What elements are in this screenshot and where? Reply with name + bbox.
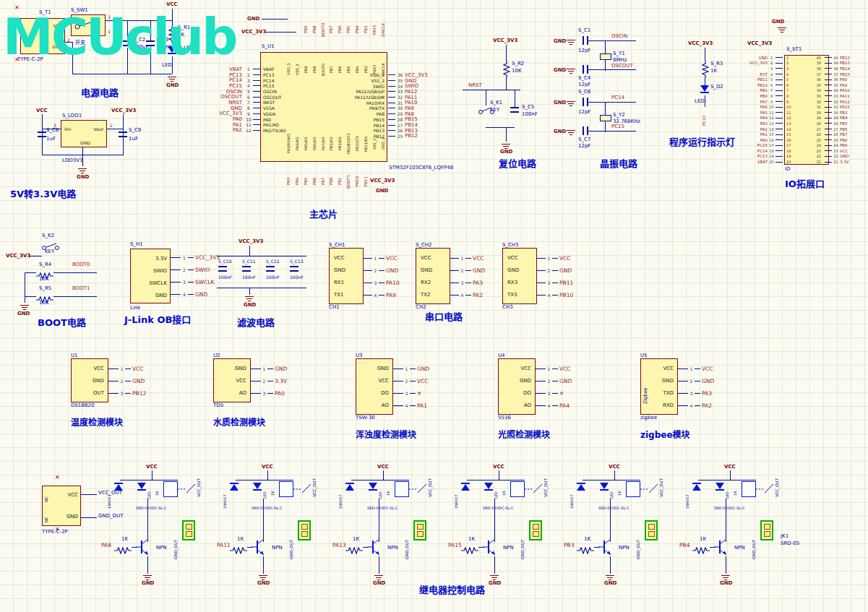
pin-row: OSCOUT 6	[204, 94, 260, 100]
designator: S_R2	[512, 61, 524, 66]
pin-name: GND	[155, 293, 167, 298]
pin-number-inner: 34	[809, 88, 825, 92]
pin-name: VBAT	[263, 66, 275, 72]
name-cell: PB2/BOOT1	[344, 127, 353, 160]
name-row: NRST	[263, 100, 286, 105]
relay-part-label: SRD-05VDC-SL-C	[136, 506, 166, 510]
pin-wire	[775, 85, 783, 85]
net-label: VCC	[132, 366, 144, 372]
capacitor-icon	[242, 266, 251, 272]
pin-row: PA0 16 16 25 25 PB8	[743, 137, 867, 143]
led-label: LED	[695, 98, 705, 104]
pin-name: TX2	[416, 292, 431, 298]
net-label: PB10	[559, 292, 573, 298]
pin-number-inner: 12	[783, 116, 798, 120]
capacitor-icon	[583, 36, 588, 45]
mcu-left-names: VBATPC13PC14PC15OSCINOSCOUTNRSTVSSAVDDAP…	[263, 66, 286, 133]
net-label: GND_OUT	[173, 530, 178, 559]
pin-name: PA0	[263, 117, 271, 122]
sensor-module: U2 GNDVCCAO TDS 水质检测模块 1 GND 2	[213, 353, 356, 428]
pin-names: VCCGNDRX1TX1	[330, 251, 363, 301]
value-label: 1uF	[46, 136, 56, 142]
net-label: RST	[743, 72, 768, 77]
pin-wire	[188, 282, 194, 283]
wire	[467, 480, 525, 480]
pin-number: 24	[832, 143, 840, 147]
pin-wire	[188, 294, 194, 295]
net-label: PC13	[702, 108, 706, 126]
resistor-label: 1K	[502, 486, 506, 496]
resistor-icon	[577, 543, 594, 557]
net-label: VCC	[559, 366, 571, 372]
pin-wire	[379, 283, 384, 283]
pin-number: 4	[181, 292, 188, 297]
net-label: PB4	[355, 16, 359, 43]
sensor-component: Zigbee VCCGNDTXDRXD	[640, 358, 678, 415]
value-label: 1uF	[129, 136, 138, 142]
pin-wire	[775, 156, 783, 157]
pin-number: 33	[832, 94, 840, 98]
diode-label: 1N4007	[454, 483, 458, 509]
pin-number: 19	[768, 154, 775, 158]
pin-row: PC14 3	[204, 77, 260, 83]
value-label: 8MHz	[613, 57, 627, 63]
gnd-symbol-icon	[245, 295, 254, 301]
filter-caps: S_C10 100nF S_C11 100nF S_C12 100nF S_C1…	[215, 257, 311, 286]
gnd-symbol-icon	[567, 38, 575, 45]
pin-number: 32	[395, 95, 405, 100]
value-label: 1K	[710, 68, 717, 74]
terminal-connector	[298, 520, 311, 540]
power-net-label: GND	[142, 580, 154, 586]
transistor-label: NPN	[156, 545, 167, 551]
name-row: GND	[214, 362, 250, 374]
pin-number: 35	[395, 78, 405, 83]
net-label: PA3	[743, 121, 768, 126]
wire	[726, 556, 726, 574]
led-icon	[600, 483, 609, 491]
net-label: GND_OUT	[405, 530, 409, 559]
pin-number: 9	[244, 111, 253, 116]
pin-name: RXD	[663, 402, 677, 408]
pin-number: 3	[688, 391, 695, 396]
pin-number-inner: 40	[809, 56, 825, 60]
wire	[506, 78, 507, 90]
transistor-label: NPN	[619, 545, 629, 551]
name-row: PA9/TX	[324, 105, 384, 111]
net-label: BOOT1	[346, 171, 351, 192]
pin-number: 3	[403, 391, 410, 396]
wire	[588, 40, 636, 41]
serial-channel: S_CH2 VCCGNDRX2TX2 CH2 1 VCC 2 GND	[416, 242, 502, 310]
wire	[267, 470, 268, 480]
pin-number: 13	[768, 121, 775, 126]
pin-name: RX1	[330, 280, 344, 285]
relay-circuit: VCC 1N4007 LED 1K SRD-05VDC-SL-C VCC_OUT…	[679, 464, 795, 587]
gnd-symbol-icon	[778, 26, 786, 33]
net-label: VCC_OUT	[775, 465, 779, 497]
net-label: SWCLK	[195, 279, 215, 285]
key-label: KEY	[490, 107, 499, 113]
part-label: IO	[785, 166, 791, 172]
pin-rows: 1 VCC 2 GND 3 ✕ 4 PA4	[536, 363, 572, 412]
designator: S_Y1	[613, 51, 625, 56]
pin-wire	[825, 123, 832, 124]
name-cell: PB11/RX	[361, 127, 370, 160]
jlink-pin-rows: 1 VCC_3V3 2 SWIO 3 SWCLK 4 GND	[171, 251, 220, 301]
name-cell: PA7/AO	[319, 127, 327, 160]
relay-coil-box	[163, 481, 178, 497]
pin-row: 34 SWIO	[388, 83, 428, 89]
pin-name: GND	[80, 140, 90, 145]
value-label: 100nF	[266, 275, 280, 280]
net-cell: PB6	[335, 16, 344, 43]
pin-number: 2	[459, 268, 465, 273]
name-row: OSCIN	[263, 89, 286, 95]
pin-wire	[825, 85, 832, 85]
pin-wire	[253, 124, 260, 125]
pin-name: PB8	[312, 55, 317, 84]
name-row: AO	[214, 387, 250, 399]
pin-row: 4 PB10	[537, 289, 573, 301]
net-label: PA3	[473, 280, 483, 286]
net-cell: PB5	[344, 16, 353, 43]
pin-row: 1 VCC	[536, 363, 572, 375]
designator: S_H1	[130, 241, 143, 247]
pin-wire	[388, 108, 395, 108]
